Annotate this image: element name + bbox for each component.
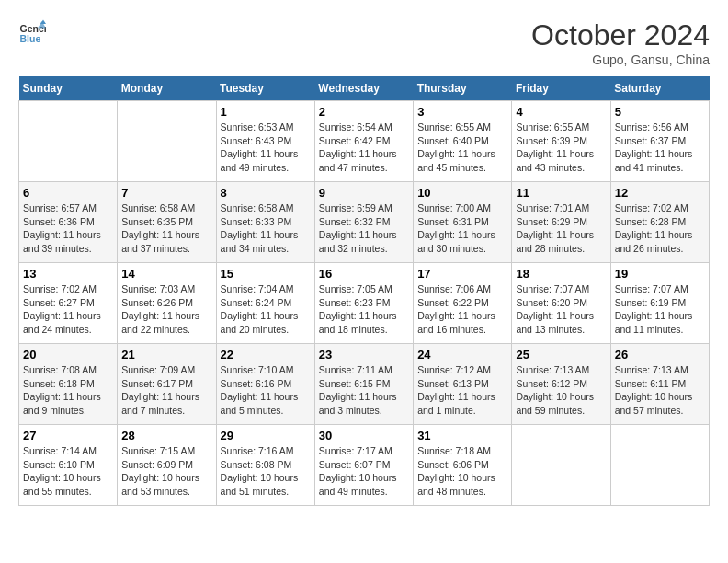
day-number: 12 (615, 186, 705, 200)
calendar-week-row: 27Sunrise: 7:14 AMSunset: 6:10 PMDayligh… (19, 425, 710, 506)
weekday-header: Monday (118, 76, 216, 101)
weekday-header: Wednesday (314, 76, 413, 101)
logo: General Blue (18, 18, 46, 46)
day-info: Sunrise: 7:02 AMSunset: 6:28 PMDaylight:… (615, 201, 705, 256)
day-info: Sunrise: 7:18 AMSunset: 6:06 PMDaylight:… (417, 444, 507, 499)
calendar-cell (118, 101, 216, 182)
day-info: Sunrise: 7:11 AMSunset: 6:15 PMDaylight:… (319, 363, 409, 418)
day-info: Sunrise: 7:05 AMSunset: 6:23 PMDaylight:… (319, 282, 409, 337)
day-info: Sunrise: 7:13 AMSunset: 6:11 PMDaylight:… (615, 363, 705, 418)
calendar-cell: 1Sunrise: 6:53 AMSunset: 6:43 PMDaylight… (216, 101, 314, 182)
calendar-cell: 29Sunrise: 7:16 AMSunset: 6:08 PMDayligh… (216, 425, 314, 506)
weekday-header: Sunday (19, 76, 118, 101)
calendar-cell: 18Sunrise: 7:07 AMSunset: 6:20 PMDayligh… (512, 263, 610, 344)
day-number: 13 (23, 267, 113, 281)
calendar-cell: 20Sunrise: 7:08 AMSunset: 6:18 PMDayligh… (19, 344, 118, 425)
calendar-cell: 30Sunrise: 7:17 AMSunset: 6:07 PMDayligh… (314, 425, 413, 506)
day-number: 27 (23, 429, 113, 442)
day-info: Sunrise: 7:17 AMSunset: 6:07 PMDaylight:… (319, 444, 409, 499)
day-number: 17 (417, 267, 507, 281)
calendar-cell: 5Sunrise: 6:56 AMSunset: 6:37 PMDaylight… (610, 101, 709, 182)
day-number: 3 (417, 105, 507, 119)
calendar-cell: 31Sunrise: 7:18 AMSunset: 6:06 PMDayligh… (414, 425, 512, 506)
day-info: Sunrise: 7:00 AMSunset: 6:31 PMDaylight:… (417, 201, 507, 256)
day-number: 31 (417, 429, 507, 442)
day-number: 14 (121, 267, 211, 281)
calendar-cell (19, 101, 118, 182)
calendar-cell: 14Sunrise: 7:03 AMSunset: 6:26 PMDayligh… (118, 263, 216, 344)
day-info: Sunrise: 6:56 AMSunset: 6:37 PMDaylight:… (615, 121, 705, 175)
day-number: 9 (319, 186, 409, 200)
calendar-week-row: 6Sunrise: 6:57 AMSunset: 6:36 PMDaylight… (19, 182, 710, 263)
calendar-cell: 8Sunrise: 6:58 AMSunset: 6:33 PMDaylight… (216, 182, 314, 263)
day-info: Sunrise: 7:03 AMSunset: 6:26 PMDaylight:… (121, 282, 211, 337)
svg-text:Blue: Blue (20, 33, 41, 44)
calendar-cell: 10Sunrise: 7:00 AMSunset: 6:31 PMDayligh… (414, 182, 512, 263)
day-info: Sunrise: 7:09 AMSunset: 6:17 PMDaylight:… (121, 363, 211, 418)
calendar-cell: 26Sunrise: 7:13 AMSunset: 6:11 PMDayligh… (610, 344, 709, 425)
day-number: 7 (121, 186, 211, 200)
day-number: 23 (319, 348, 409, 362)
calendar-cell: 11Sunrise: 7:01 AMSunset: 6:29 PMDayligh… (512, 182, 610, 263)
weekday-header: Tuesday (216, 76, 314, 101)
calendar-cell: 2Sunrise: 6:54 AMSunset: 6:42 PMDaylight… (314, 101, 413, 182)
day-info: Sunrise: 7:04 AMSunset: 6:24 PMDaylight:… (221, 282, 311, 337)
day-info: Sunrise: 7:07 AMSunset: 6:19 PMDaylight:… (615, 282, 705, 337)
day-info: Sunrise: 6:58 AMSunset: 6:35 PMDaylight:… (121, 201, 211, 256)
day-info: Sunrise: 6:54 AMSunset: 6:42 PMDaylight:… (319, 121, 409, 175)
calendar-cell: 22Sunrise: 7:10 AMSunset: 6:16 PMDayligh… (216, 344, 314, 425)
day-number: 2 (319, 105, 409, 119)
calendar-cell: 12Sunrise: 7:02 AMSunset: 6:28 PMDayligh… (610, 182, 709, 263)
day-number: 1 (221, 105, 311, 119)
day-info: Sunrise: 6:59 AMSunset: 6:32 PMDaylight:… (319, 201, 409, 256)
day-info: Sunrise: 7:13 AMSunset: 6:12 PMDaylight:… (516, 363, 606, 418)
day-number: 26 (615, 348, 705, 362)
day-info: Sunrise: 6:57 AMSunset: 6:36 PMDaylight:… (23, 201, 113, 256)
calendar-cell: 15Sunrise: 7:04 AMSunset: 6:24 PMDayligh… (216, 263, 314, 344)
day-info: Sunrise: 7:06 AMSunset: 6:22 PMDaylight:… (417, 282, 507, 337)
day-number: 25 (516, 348, 606, 362)
calendar-cell: 25Sunrise: 7:13 AMSunset: 6:12 PMDayligh… (512, 344, 610, 425)
calendar-cell: 9Sunrise: 6:59 AMSunset: 6:32 PMDaylight… (314, 182, 413, 263)
month-title: October 2024 (531, 18, 710, 52)
day-number: 28 (121, 429, 211, 442)
day-info: Sunrise: 7:07 AMSunset: 6:20 PMDaylight:… (516, 282, 606, 337)
calendar-cell (610, 425, 709, 506)
header-row: SundayMondayTuesdayWednesdayThursdayFrid… (19, 76, 710, 101)
day-number: 15 (221, 267, 311, 281)
day-info: Sunrise: 6:58 AMSunset: 6:33 PMDaylight:… (221, 201, 311, 256)
calendar-cell: 17Sunrise: 7:06 AMSunset: 6:22 PMDayligh… (414, 263, 512, 344)
weekday-header: Thursday (414, 76, 512, 101)
calendar-cell: 28Sunrise: 7:15 AMSunset: 6:09 PMDayligh… (118, 425, 216, 506)
calendar-cell (512, 425, 610, 506)
day-info: Sunrise: 6:55 AMSunset: 6:40 PMDaylight:… (417, 121, 507, 175)
calendar-cell: 16Sunrise: 7:05 AMSunset: 6:23 PMDayligh… (314, 263, 413, 344)
day-number: 8 (221, 186, 311, 200)
calendar-cell: 27Sunrise: 7:14 AMSunset: 6:10 PMDayligh… (19, 425, 118, 506)
day-info: Sunrise: 7:14 AMSunset: 6:10 PMDaylight:… (23, 444, 113, 499)
calendar-table: SundayMondayTuesdayWednesdayThursdayFrid… (18, 76, 710, 506)
calendar-cell: 19Sunrise: 7:07 AMSunset: 6:19 PMDayligh… (610, 263, 709, 344)
day-number: 4 (516, 105, 606, 119)
calendar-cell: 3Sunrise: 6:55 AMSunset: 6:40 PMDaylight… (414, 101, 512, 182)
calendar-cell: 4Sunrise: 6:55 AMSunset: 6:39 PMDaylight… (512, 101, 610, 182)
day-info: Sunrise: 7:12 AMSunset: 6:13 PMDaylight:… (417, 363, 507, 418)
calendar-cell: 23Sunrise: 7:11 AMSunset: 6:15 PMDayligh… (314, 344, 413, 425)
day-number: 22 (221, 348, 311, 362)
day-info: Sunrise: 7:01 AMSunset: 6:29 PMDaylight:… (516, 201, 606, 256)
weekday-header: Saturday (610, 76, 709, 101)
day-number: 11 (516, 186, 606, 200)
day-number: 20 (23, 348, 113, 362)
day-number: 16 (319, 267, 409, 281)
calendar-cell: 6Sunrise: 6:57 AMSunset: 6:36 PMDaylight… (19, 182, 118, 263)
calendar-cell: 13Sunrise: 7:02 AMSunset: 6:27 PMDayligh… (19, 263, 118, 344)
day-info: Sunrise: 6:55 AMSunset: 6:39 PMDaylight:… (516, 121, 606, 175)
day-number: 30 (319, 429, 409, 442)
day-number: 6 (23, 186, 113, 200)
calendar-cell: 7Sunrise: 6:58 AMSunset: 6:35 PMDaylight… (118, 182, 216, 263)
calendar-cell: 24Sunrise: 7:12 AMSunset: 6:13 PMDayligh… (414, 344, 512, 425)
day-number: 18 (516, 267, 606, 281)
day-info: Sunrise: 7:02 AMSunset: 6:27 PMDaylight:… (23, 282, 113, 337)
day-number: 21 (121, 348, 211, 362)
day-info: Sunrise: 6:53 AMSunset: 6:43 PMDaylight:… (221, 121, 311, 175)
